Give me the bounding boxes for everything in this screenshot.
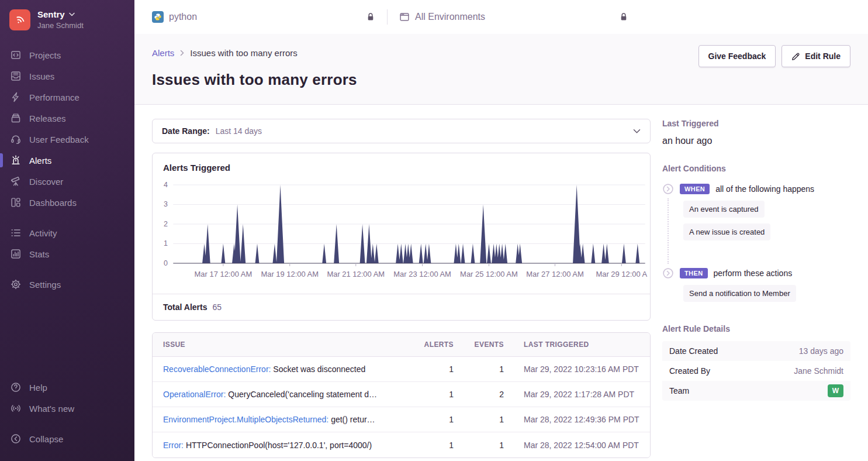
rule-detail-value: 13 days ago — [799, 346, 843, 356]
rule-detail-row: Date Created13 days ago — [662, 341, 850, 361]
svg-text:0: 0 — [164, 259, 168, 267]
org-name: Sentry — [37, 9, 65, 19]
lock-icon — [619, 12, 628, 22]
svg-text:3: 3 — [164, 201, 168, 209]
issue-link[interactable]: EnvironmentProject.MultipleObjectsReturn… — [163, 415, 328, 424]
svg-text:Mar 25 12:00 AM: Mar 25 12:00 AM — [460, 270, 518, 278]
events-count: 2 — [454, 390, 504, 399]
last-triggered-date: Mar 28, 2022 12:54:00 AM PDT — [504, 441, 639, 450]
breadcrumb-alerts-link[interactable]: Alerts — [152, 48, 174, 58]
rule-detail-row: Created ByJane Schmidt — [662, 361, 850, 381]
when-text: all of the following happens — [715, 184, 814, 194]
svg-text:Mar 19 12:00 AM: Mar 19 12:00 AM — [261, 270, 319, 278]
sidebar-item-label: Releases — [29, 113, 66, 123]
sidebar-item-settings[interactable]: Settings — [0, 274, 134, 295]
main-column: Date Range: Last 14 days Alerts Triggere… — [152, 119, 651, 458]
sidebar-item-issues[interactable]: Issues — [0, 66, 134, 87]
when-row: WHEN all of the following happens — [662, 183, 850, 195]
alert-conditions-timeline: WHEN all of the following happens An eve… — [662, 183, 850, 302]
sidebar-item-label: Help — [29, 383, 47, 393]
sidebar-item-alerts[interactable]: Alerts — [0, 150, 134, 171]
project-selector-group: python — [152, 11, 375, 23]
page-header: Alerts Issues with too many errors Give … — [134, 34, 868, 105]
last-triggered-value: an hour ago — [662, 136, 850, 146]
date-range-value: Last 14 days — [216, 126, 262, 136]
issue-link[interactable]: Error: — [163, 441, 184, 450]
sidebar-item-label: Collapse — [29, 434, 63, 444]
sidebar-item-label: Performance — [29, 92, 79, 102]
last-triggered-label: Last Triggered — [662, 119, 850, 128]
alerts-count: 1 — [413, 390, 454, 399]
sidebar-nav: ProjectsIssuesPerformanceReleasesUser Fe… — [0, 44, 134, 295]
rule-detail-label: Date Created — [669, 346, 718, 356]
rule-detail-row: TeamW — [662, 381, 850, 401]
issue-message: QueryCanceled('canceling statement d… — [226, 390, 377, 399]
details-panel: Last Triggered an hour ago Alert Conditi… — [662, 119, 856, 458]
chevron-down-icon — [69, 12, 75, 16]
column-header-events: EVENTS — [454, 340, 504, 349]
table-row: Error: HTTPConnectionPool(host='127.0.0.… — [153, 432, 650, 457]
svg-text:2: 2 — [164, 220, 168, 228]
environment-name: All Environments — [415, 12, 485, 22]
project-name: python — [169, 12, 197, 22]
sidebar-item-releases[interactable]: Releases — [0, 108, 134, 129]
svg-text:Mar 27 12:00 AM: Mar 27 12:00 AM — [526, 270, 584, 278]
date-range-select[interactable]: Date Range: Last 14 days — [152, 119, 651, 143]
alerts-count: 1 — [413, 441, 454, 450]
sidebar-item-label: Projects — [29, 50, 61, 60]
sidebar-item-what-s-new[interactable]: What's new — [0, 398, 134, 419]
discover-icon — [11, 176, 21, 187]
sidebar-item-label: What's new — [29, 404, 74, 414]
rule-detail-value: Jane Schmidt — [794, 366, 843, 376]
sidebar-item-collapse[interactable]: Collapse — [0, 428, 134, 449]
svg-text:1: 1 — [164, 240, 168, 248]
alerts-count: 1 — [413, 364, 454, 374]
svg-text:Mar 17 12:00 AM: Mar 17 12:00 AM — [195, 270, 253, 278]
sidebar-item-dashboards[interactable]: Dashboards — [0, 192, 134, 213]
issue-message: get() retur… — [328, 415, 375, 424]
sidebar-item-user-feedback[interactable]: User Feedback — [0, 129, 134, 150]
issue-link[interactable]: OperationalError: — [163, 390, 226, 399]
issue-message: Socket was disconnected — [271, 364, 365, 374]
settings-icon — [11, 279, 21, 290]
sidebar-item-label: Alerts — [29, 156, 51, 166]
events-count: 1 — [454, 415, 504, 424]
chevron-down-icon — [633, 129, 641, 134]
team-badge[interactable]: W — [828, 384, 843, 397]
releases-icon — [11, 113, 21, 123]
sidebar-item-help[interactable]: Help — [0, 377, 134, 398]
alerts-chart-card: Alerts Triggered 01234Mar 17 12:00 AMMar… — [152, 153, 651, 321]
org-switcher[interactable]: Sentry — [37, 9, 84, 19]
events-count: 1 — [454, 364, 504, 374]
user-feedback-icon — [11, 134, 21, 145]
edit-rule-button[interactable]: Edit Rule — [781, 45, 850, 67]
sidebar-item-label: User Feedback — [29, 135, 89, 145]
column-header-alerts: ALERTS — [413, 340, 454, 349]
dashboards-icon — [11, 197, 21, 208]
sidebar-item-label: Dashboards — [29, 198, 77, 208]
sidebar-item-label: Activity — [29, 228, 57, 238]
column-header-last-triggered: LAST TRIGGERED — [504, 340, 639, 349]
sidebar-item-discover[interactable]: Discover — [0, 171, 134, 192]
issue-message: HTTPConnectionPool(host='127.0.0.1', por… — [184, 441, 372, 450]
project-selector[interactable]: python — [152, 11, 197, 23]
environment-selector[interactable]: All Environments — [399, 12, 485, 22]
org-header: Sentry Jane Schmidt — [0, 0, 134, 30]
sentry-logo-icon[interactable] — [9, 9, 30, 30]
give-feedback-button[interactable]: Give Feedback — [698, 45, 776, 67]
alerts-icon — [11, 155, 21, 166]
topbar: python All Environments — [134, 0, 868, 34]
sidebar-item-performance[interactable]: Performance — [0, 87, 134, 108]
sidebar-item-label: Settings — [29, 280, 61, 290]
sidebar-item-activity[interactable]: Activity — [0, 222, 134, 243]
environment-selector-group: All Environments — [399, 12, 628, 22]
timeline-connector — [668, 198, 669, 264]
issue-cell: OperationalError: QueryCanceled('canceli… — [163, 390, 413, 399]
sidebar-item-projects[interactable]: Projects — [0, 44, 134, 66]
sidebar-item-label: Stats — [29, 249, 49, 259]
sidebar-item-stats[interactable]: Stats — [0, 243, 134, 264]
issue-link[interactable]: RecoverableConnectionError: — [163, 364, 271, 374]
lock-icon — [366, 12, 375, 22]
circle-chevron-icon — [662, 267, 674, 279]
sidebar: Sentry Jane Schmidt ProjectsIssuesPerfor… — [0, 0, 134, 461]
